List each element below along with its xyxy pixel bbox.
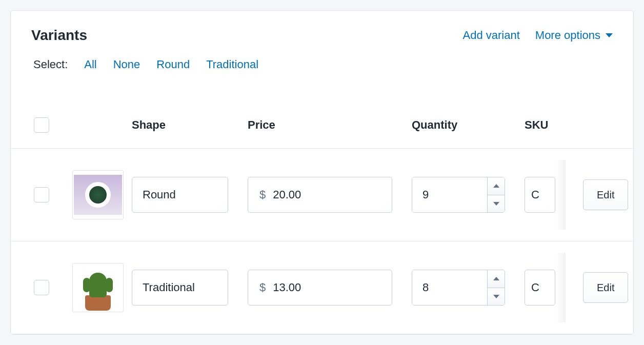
price-input[interactable] bbox=[273, 270, 414, 305]
chevron-up-icon bbox=[493, 184, 499, 188]
quantity-stepper[interactable] bbox=[412, 270, 505, 306]
quantity-input[interactable] bbox=[412, 177, 487, 212]
add-variant-link[interactable]: Add variant bbox=[463, 29, 520, 42]
chevron-up-icon bbox=[493, 277, 499, 280]
col-quantity: Quantity bbox=[412, 118, 525, 132]
shape-input[interactable] bbox=[132, 270, 228, 306]
cactus-image-icon bbox=[79, 265, 116, 311]
shape-input[interactable] bbox=[132, 177, 228, 213]
variant-thumbnail[interactable] bbox=[72, 263, 124, 312]
select-none[interactable]: None bbox=[113, 58, 140, 71]
sku-input[interactable] bbox=[525, 177, 555, 213]
table-header-row: Shape Price Quantity SKU bbox=[11, 92, 633, 149]
price-field[interactable]: $ bbox=[248, 177, 392, 213]
col-sku: SKU bbox=[525, 118, 633, 132]
sku-input[interactable] bbox=[525, 270, 555, 306]
price-input[interactable] bbox=[273, 177, 414, 212]
select-label: Select: bbox=[33, 58, 68, 71]
plant-top-image-icon bbox=[74, 175, 122, 215]
quantity-stepper[interactable] bbox=[412, 177, 505, 213]
table-row: $ Edit bbox=[11, 149, 633, 241]
qty-decrement[interactable] bbox=[488, 195, 505, 213]
currency-prefix: $ bbox=[248, 281, 273, 294]
select-traditional[interactable]: Traditional bbox=[206, 58, 258, 71]
more-options-dropdown[interactable]: More options bbox=[535, 29, 613, 42]
select-round[interactable]: Round bbox=[156, 58, 190, 71]
sticky-actions: Edit bbox=[566, 160, 633, 230]
qty-increment[interactable] bbox=[488, 177, 505, 195]
header-actions: Add variant More options bbox=[463, 29, 613, 42]
currency-prefix: $ bbox=[248, 188, 273, 201]
col-price: Price bbox=[248, 118, 412, 132]
row-checkbox[interactable] bbox=[34, 280, 49, 295]
edit-button[interactable]: Edit bbox=[583, 179, 628, 210]
page-title: Variants bbox=[31, 27, 87, 44]
select-all-checkbox[interactable] bbox=[34, 117, 49, 133]
variant-thumbnail[interactable] bbox=[72, 170, 124, 219]
qty-increment[interactable] bbox=[488, 270, 505, 288]
chevron-down-icon bbox=[493, 295, 499, 298]
card-header: Variants Add variant More options bbox=[11, 11, 633, 54]
edit-button[interactable]: Edit bbox=[583, 272, 628, 303]
chevron-down-icon bbox=[493, 202, 499, 206]
select-filter-row: Select: All None Round Traditional bbox=[11, 54, 633, 92]
col-shape: Shape bbox=[132, 118, 248, 132]
caret-down-icon bbox=[606, 33, 613, 37]
row-checkbox[interactable] bbox=[34, 187, 49, 202]
variants-card: Variants Add variant More options Select… bbox=[10, 10, 634, 335]
more-options-label: More options bbox=[535, 29, 600, 42]
variants-table: Shape Price Quantity SKU $ bbox=[11, 92, 633, 334]
table-row: $ Edit bbox=[11, 241, 633, 334]
sticky-actions: Edit bbox=[566, 253, 633, 322]
price-field[interactable]: $ bbox=[248, 270, 392, 306]
quantity-input[interactable] bbox=[412, 270, 487, 305]
select-all[interactable]: All bbox=[84, 58, 96, 71]
qty-decrement[interactable] bbox=[488, 288, 505, 306]
